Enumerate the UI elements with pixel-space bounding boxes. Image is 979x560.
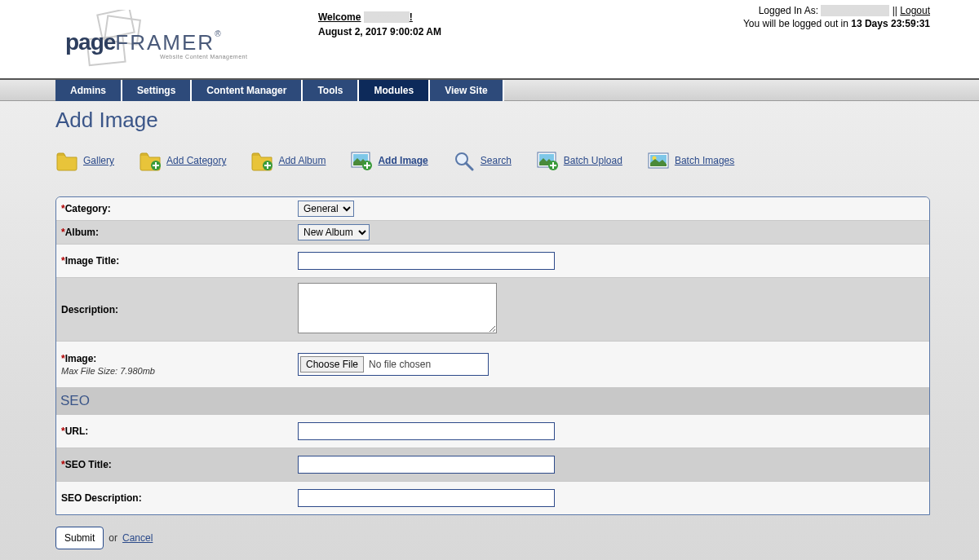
tool-add-album[interactable]: Add Album [250,149,326,172]
tool-add-category[interactable]: Add Category [139,149,226,172]
nav-admins[interactable]: Admins [55,80,122,101]
nav-content-manager[interactable]: Content Manager [192,80,303,101]
form-actions: Submit or Cancel [55,527,930,549]
row-album: *Album: New Album [56,221,929,245]
nav-tools[interactable]: Tools [303,80,359,101]
tool-batch-images[interactable]: Batch Images [647,149,734,172]
tool-search[interactable]: Search [453,149,512,172]
logged-in-label: Logged In As: [759,5,818,16]
separator: || [893,5,897,16]
row-image-file: *Image: Max File Size: 7.980mb Choose Fi… [56,342,929,388]
row-url: *URL: [56,415,929,448]
header: pageFRAMER® Website Content Management W… [0,0,979,78]
file-chosen-text: No file chosen [369,359,431,370]
or-text: or [109,532,117,544]
label-image-title: *Image Title: [56,245,293,277]
logo-tagline: Website Content Management [160,54,247,60]
main-nav: AdminsSettingsContent ManagerToolsModule… [0,78,979,101]
page-title: Add Image [55,108,930,133]
tool-link-add-album[interactable]: Add Album [278,155,326,166]
add-image-form: *Category: General *Album: New Album *Im… [55,196,930,515]
nav-view-site[interactable]: View Site [430,80,503,101]
file-input[interactable]: Choose File No file chosen [298,353,489,376]
submit-button[interactable]: Submit [55,527,104,549]
header-date: August 2, 2017 9:00:02 AM [318,26,441,37]
image-title-input[interactable] [298,252,555,270]
tool-link-add-category[interactable]: Add Category [166,155,226,166]
module-toolbar: GalleryAdd CategoryAdd AlbumAdd ImageSea… [55,149,930,172]
welcome-exclaim: ! [410,11,413,23]
label-description: Description: [56,278,293,341]
folder-add-icon [250,149,273,172]
label-seo-title: *SEO Title: [56,448,293,481]
logout-link[interactable]: Logout [900,5,930,16]
tool-link-search[interactable]: Search [481,155,512,166]
label-category: *Category: [56,197,293,220]
login-status: Logged In As: xxxxxx || Logout You will … [743,5,930,29]
search-icon [453,149,476,172]
tool-link-add-image[interactable]: Add Image [378,155,427,166]
label-seo-description: SEO Description: [56,482,293,514]
seo-title-input[interactable] [298,456,555,474]
tool-add-image[interactable]: Add Image [350,149,427,172]
row-category: *Category: General [56,197,929,221]
folder-add-icon [139,149,162,172]
tool-batch-upload[interactable]: Batch Upload [536,149,622,172]
tool-link-gallery[interactable]: Gallery [83,155,114,166]
welcome-area: Welcome xxxx! August 2, 2017 9:00:02 AM [318,7,441,72]
welcome-label: Welcome [318,11,361,23]
content: Add Image GalleryAdd CategoryAdd AlbumAd… [0,101,979,560]
nav-settings[interactable]: Settings [122,80,192,101]
album-select[interactable]: New Album [298,224,370,240]
logo: pageFRAMER® Website Content Management [65,7,261,72]
logo-text: pageFRAMER® [65,29,221,55]
logo-part2: FRAMER [115,30,215,55]
image-add-icon [536,149,559,172]
choose-file-button[interactable]: Choose File [300,356,364,373]
row-seo-description: SEO Description: [56,482,929,514]
nav-modules[interactable]: Modules [359,80,430,101]
image-landscape-icon [647,149,670,172]
url-input[interactable] [298,422,555,440]
seo-header: SEO [56,388,929,415]
row-description: Description: [56,278,929,342]
tool-link-batch-upload[interactable]: Batch Upload [564,155,622,166]
logo-reg: ® [215,29,220,38]
logout-msg-prefix: You will be logged out in [743,18,851,29]
image-hint: Max File Size: 7.980mb [61,366,288,376]
welcome-username-redacted: xxxx [364,11,410,23]
tool-gallery[interactable]: Gallery [55,149,114,172]
category-select[interactable]: General [298,201,354,217]
description-textarea[interactable] [298,283,497,333]
logo-part1: page [65,29,115,55]
label-url: *URL: [56,415,293,448]
folder-icon [55,149,78,172]
row-seo-title: *SEO Title: [56,448,929,482]
tool-link-batch-images[interactable]: Batch Images [675,155,734,166]
welcome-line: Welcome xxxx! [318,11,441,23]
logout-countdown: 13 Days 23:59:31 [851,18,930,29]
row-image-title: *Image Title: [56,245,929,278]
seo-description-input[interactable] [298,489,555,507]
label-image: *Image: Max File Size: 7.980mb [56,342,293,387]
cancel-link[interactable]: Cancel [122,532,153,544]
logged-in-username-redacted: xxxxxx [821,5,889,16]
image-add-icon [350,149,373,172]
label-album: *Album: [56,221,293,244]
